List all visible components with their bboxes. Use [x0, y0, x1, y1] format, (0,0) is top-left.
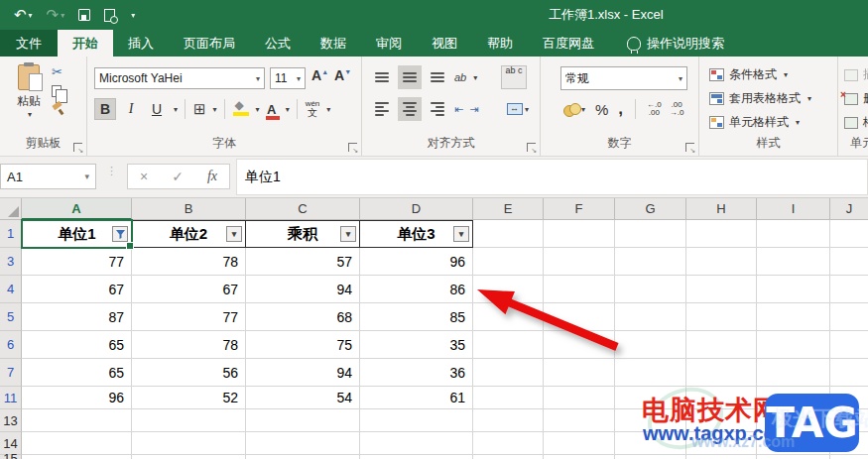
cut-button[interactable]: ✂	[52, 64, 63, 79]
tab-formulas[interactable]: 公式	[250, 30, 306, 57]
cell-i5[interactable]	[757, 303, 830, 331]
row-header-13[interactable]: 13	[0, 409, 22, 432]
cell-c3[interactable]: 57	[246, 248, 360, 276]
cell-c5[interactable]: 68	[246, 303, 360, 331]
tab-baidu-netdisk[interactable]: 百度网盘	[528, 30, 609, 57]
cell-g6[interactable]	[615, 331, 686, 359]
cell-b15[interactable]	[132, 455, 246, 459]
decrease-indent-button[interactable]: ⇤	[453, 102, 464, 117]
format-cells-button[interactable]: 格式	[844, 114, 868, 131]
cell-d6[interactable]: 35	[360, 331, 473, 359]
bottom-align-button[interactable]	[426, 65, 449, 89]
cell-j6[interactable]	[830, 331, 868, 359]
cell-i1[interactable]	[757, 220, 830, 248]
cell-a1[interactable]: 单位1	[22, 220, 132, 248]
cell-e14[interactable]	[473, 432, 544, 455]
print-preview-button[interactable]	[104, 9, 115, 22]
tell-me-search[interactable]: 操作说明搜索	[609, 30, 738, 57]
cell-a15[interactable]	[22, 455, 132, 459]
cell-b7[interactable]: 56	[132, 359, 246, 387]
increase-indent-button[interactable]: ⇥	[468, 102, 479, 117]
cell-d1[interactable]: 单位3 ▾	[360, 220, 473, 248]
fill-color-button[interactable]	[232, 101, 250, 117]
column-header-a[interactable]: A	[22, 198, 132, 220]
grow-font-button[interactable]: A▲	[311, 67, 328, 83]
cell-f13[interactable]	[544, 409, 615, 432]
cell-e5[interactable]	[473, 303, 544, 331]
cell-h4[interactable]	[686, 276, 757, 303]
cell-i3[interactable]	[757, 248, 830, 276]
column-header-d[interactable]: D	[360, 198, 473, 220]
column-header-g[interactable]: G	[615, 198, 686, 220]
column-header-f[interactable]: F	[544, 198, 615, 220]
cell-c4[interactable]: 94	[246, 276, 360, 303]
font-color-button[interactable]: A	[264, 101, 280, 118]
cell-c15[interactable]	[246, 455, 360, 459]
cell-a7[interactable]: 65	[22, 359, 132, 387]
filter-button-b1[interactable]: ▾	[226, 226, 242, 242]
cell-h1[interactable]	[686, 220, 757, 248]
percent-style-button[interactable]: %	[594, 100, 609, 119]
comma-style-button[interactable]: ,	[617, 98, 624, 120]
cell-b11[interactable]: 52	[132, 387, 246, 409]
cell-f11[interactable]	[544, 387, 615, 409]
cell-e13[interactable]	[473, 409, 544, 432]
cell-f7[interactable]	[544, 359, 615, 387]
cell-f4[interactable]	[544, 276, 615, 303]
phonetic-guide-button[interactable]: wén文	[305, 99, 321, 119]
cell-f6[interactable]	[544, 331, 615, 359]
cell-b5[interactable]: 77	[132, 303, 246, 331]
cell-d14[interactable]	[360, 432, 473, 455]
cancel-entry-button[interactable]: ×	[140, 169, 148, 184]
row-header-15[interactable]: 15	[0, 455, 22, 459]
cell-a5[interactable]: 87	[22, 303, 132, 331]
tab-file[interactable]: 文件	[0, 30, 58, 57]
cell-a3[interactable]: 77	[22, 248, 132, 276]
filter-button-c1[interactable]: ▾	[340, 226, 356, 242]
column-header-h[interactable]: H	[686, 198, 757, 220]
cell-g1[interactable]	[615, 220, 686, 248]
cell-f3[interactable]	[544, 248, 615, 276]
cell-d7[interactable]: 36	[360, 359, 473, 387]
align-right-button[interactable]	[426, 97, 449, 121]
cell-f15[interactable]	[544, 455, 615, 459]
cell-h3[interactable]	[686, 248, 757, 276]
cell-e11[interactable]	[473, 387, 544, 409]
increase-decimal-button[interactable]: ←.0.00	[647, 101, 662, 117]
tab-review[interactable]: 审阅	[361, 30, 417, 57]
insert-cells-button[interactable]: 插入	[844, 66, 868, 83]
alignment-dialog-launcher[interactable]	[527, 143, 536, 152]
cell-a4[interactable]: 67	[22, 276, 132, 303]
cell-i6[interactable]	[757, 331, 830, 359]
row-header-4[interactable]: 4	[0, 276, 22, 303]
clipboard-dialog-launcher[interactable]	[73, 143, 82, 152]
decrease-decimal-button[interactable]: .00→.0	[670, 101, 684, 117]
cell-b4[interactable]: 67	[132, 276, 246, 303]
align-center-button[interactable]	[398, 97, 422, 121]
cell-b14[interactable]	[132, 432, 246, 455]
number-dialog-launcher[interactable]	[685, 143, 694, 152]
copy-button[interactable]	[52, 85, 62, 97]
tab-home[interactable]: 开始	[58, 30, 113, 57]
redo-button[interactable]: ↷▾	[47, 6, 65, 24]
tab-view[interactable]: 视图	[417, 30, 472, 57]
select-all-button[interactable]	[0, 198, 22, 220]
cell-h6[interactable]	[686, 331, 757, 359]
cell-styles-button[interactable]: 单元格样式▾	[709, 114, 800, 131]
cell-e1[interactable]	[473, 220, 544, 248]
column-header-j[interactable]: J	[830, 198, 868, 220]
save-button[interactable]	[78, 9, 90, 21]
cell-b3[interactable]: 78	[132, 248, 246, 276]
enter-entry-button[interactable]: ✓	[172, 169, 184, 184]
cell-d11[interactable]: 61	[360, 387, 473, 409]
cell-c14[interactable]	[246, 432, 360, 455]
conditional-formatting-button[interactable]: 条件格式▾	[709, 66, 788, 83]
cell-j4[interactable]	[830, 276, 868, 303]
tab-insert[interactable]: 插入	[113, 30, 169, 57]
font-size-select[interactable]: 11▾	[270, 67, 306, 89]
cell-i7[interactable]	[757, 359, 830, 387]
cell-a14[interactable]	[22, 432, 132, 455]
cell-g7[interactable]	[615, 359, 686, 387]
cell-j7[interactable]	[830, 359, 868, 387]
shrink-font-button[interactable]: A▼	[334, 67, 351, 83]
